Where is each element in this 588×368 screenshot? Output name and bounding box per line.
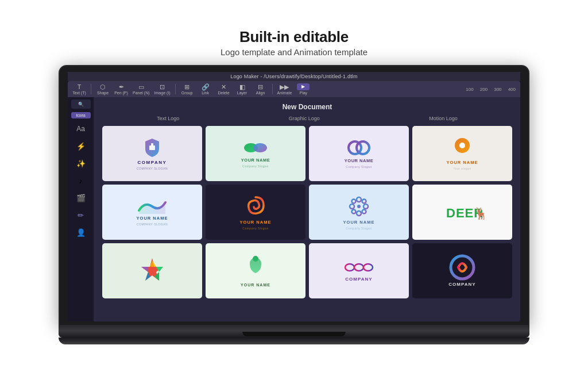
sidebar-item-user[interactable]: 👤 <box>72 224 90 240</box>
logo-card-9-inner <box>102 243 202 298</box>
logo-2-text: YOUR NAME <box>241 158 270 163</box>
logo-8-icon: DEER 🦌 <box>445 204 479 221</box>
logo-7-subtext: Company Slogan <box>346 227 372 230</box>
star-icon: ✨ <box>76 159 86 168</box>
menu-tool-text[interactable]: T Text (T) <box>72 84 86 95</box>
sidebar-item-video[interactable]: 🎬 <box>72 190 90 206</box>
logo-card-8[interactable]: DEER 🦌 <box>412 185 512 240</box>
sidebar-item-stars[interactable]: ✨ <box>72 155 90 171</box>
menu-tool-panel[interactable]: ▭ Panel (N) <box>133 84 150 95</box>
logo-7-text: YOUR NAME <box>343 220 375 225</box>
svg-point-8 <box>357 205 361 208</box>
svg-text:🦌: 🦌 <box>474 206 488 220</box>
svg-point-12 <box>363 204 368 209</box>
logo-3-text: YOUR NAME <box>345 158 373 163</box>
svg-point-31 <box>345 264 354 271</box>
align-icon: ⊟ <box>258 84 263 90</box>
category-text-logo: Text Logo <box>157 116 179 121</box>
pen-tool-icon: ✒ <box>119 84 124 90</box>
content-area: New Document Text Logo Graphic Logo Moti… <box>94 97 520 321</box>
menu-tool-pen[interactable]: ✒ Pen (P) <box>114 84 128 95</box>
logo-card-5[interactable]: YOUR NAME COMPANY SLOGAN <box>102 185 202 240</box>
headline: Built-in editable <box>239 28 349 46</box>
search-icon: 🔍 <box>78 102 84 107</box>
category-motion-logo: Motion Logo <box>429 116 458 121</box>
sidebar-item-text[interactable]: Aa <box>72 121 90 137</box>
svg-point-5 <box>357 141 369 154</box>
menu-sep-3 <box>272 84 273 94</box>
svg-point-15 <box>352 209 356 213</box>
logo-card-7[interactable]: YOUR NAME Company Slogan <box>309 185 409 240</box>
delete-icon: ✕ <box>221 84 226 90</box>
new-doc-title: New Document <box>102 103 512 111</box>
logo-card-11[interactable]: COMPANY <box>309 243 409 298</box>
screen-inner: T Text (T) ⬡ Shape ✒ Pen (P) ▭ Panel (N <box>68 81 520 321</box>
laptop: Logo Maker - /Users/drawtify/Desktop/Unt… <box>59 65 529 344</box>
delete-label: Delete <box>218 91 229 95</box>
logo-card-12[interactable]: COMPANY <box>412 243 512 298</box>
logo-card-3-inner: YOUR NAME Company Slogan <box>309 126 409 181</box>
logo-6-subtext: Company Slogan <box>242 227 268 230</box>
logo-5-icon <box>138 199 167 214</box>
logo-grid: COMPANY COMPANY SLOGAN <box>102 126 512 298</box>
template-categories: Text Logo Graphic Logo Motion Logo <box>102 116 512 121</box>
logo-11-text: COMPANY <box>345 277 372 282</box>
sidebar-item-pen[interactable]: ✏ <box>72 207 90 223</box>
svg-point-34 <box>451 256 474 279</box>
title-bar-text: Logo Maker - /Users/drawtify/Desktop/Unt… <box>230 74 357 79</box>
text-tool-icon: T <box>78 84 82 90</box>
logo-6-icon <box>244 195 267 218</box>
svg-point-32 <box>354 264 363 271</box>
text-tool-label: Text (T) <box>72 91 86 95</box>
logo-1-icon <box>142 137 163 158</box>
video-icon: 🎬 <box>76 194 86 202</box>
logo-card-10[interactable]: YOUR NAME <box>206 243 305 298</box>
left-sidebar: 🔍 Icons Aa ⚡ ✨ ♪ <box>68 97 94 321</box>
logo-card-9[interactable] <box>102 243 202 298</box>
logo-3-subtext: Company Slogan <box>346 165 372 168</box>
svg-point-13 <box>352 199 356 203</box>
menu-tool-align[interactable]: ⊟ Align <box>254 84 268 95</box>
menu-tool-layer[interactable]: ◧ Layer <box>235 84 249 95</box>
logo-card-4[interactable]: YOUR NAME Your slogan <box>412 126 512 181</box>
menu-tool-delete[interactable]: ✕ Delete <box>217 84 231 95</box>
logo-12-text: COMPANY <box>448 282 475 287</box>
logo-1-subtext: COMPANY SLOGAN <box>137 167 168 170</box>
svg-point-7 <box>459 143 465 148</box>
logo-card-1[interactable]: COMPANY COMPANY SLOGAN <box>102 126 202 181</box>
logo-7-icon <box>347 195 370 218</box>
search-bar[interactable]: 🔍 <box>71 99 91 109</box>
menu-bar: T Text (T) ⬡ Shape ✒ Pen (P) ▭ Panel (N <box>68 81 520 97</box>
logo-12-icon <box>450 255 475 280</box>
icons-tab[interactable]: Icons <box>71 112 91 118</box>
group-label: Group <box>181 91 192 95</box>
logo-11-icon <box>344 260 374 275</box>
menu-tool-animate[interactable]: ▶▶ Animate <box>277 84 292 95</box>
logo-card-3[interactable]: YOUR NAME Company Slogan <box>309 126 409 181</box>
menu-tool-shape[interactable]: ⬡ Shape <box>96 84 110 95</box>
sidebar-item-effects[interactable]: ⚡ <box>72 138 90 154</box>
svg-point-10 <box>357 211 361 216</box>
app-area: 🔍 Icons Aa ⚡ ✨ ♪ <box>68 97 520 321</box>
sidebar-item-music[interactable]: ♪ <box>72 172 90 189</box>
svg-point-11 <box>350 204 354 209</box>
logo-card-10-inner: YOUR NAME <box>206 243 305 298</box>
menu-tool-image[interactable]: ⊡ Image (I) <box>154 84 171 95</box>
laptop-stand <box>59 338 529 344</box>
animate-icon: ▶▶ <box>280 84 289 90</box>
logo-card-4-inner: YOUR NAME Your slogan <box>412 126 512 181</box>
logo-2-icon <box>243 140 268 156</box>
menu-tool-group[interactable]: ⊞ Group <box>180 84 194 95</box>
svg-point-16 <box>362 209 366 213</box>
logo-3-icon <box>347 139 370 156</box>
page-wrapper: Built-in editable Logo template and Anim… <box>0 18 588 350</box>
logo-card-6[interactable]: YOUR NAME Company Slogan <box>206 185 305 240</box>
shape-tool-label: Shape <box>97 91 109 95</box>
logo-6-text: YOUR NAME <box>240 220 272 225</box>
menu-tool-play[interactable]: ▶ Play <box>296 83 310 95</box>
image-tool-icon: ⊡ <box>160 84 165 90</box>
svg-point-9 <box>357 197 361 202</box>
menu-tool-link[interactable]: 🔗 Link <box>199 84 212 95</box>
logo-card-2[interactable]: YOUR NAME Company Slogan <box>206 126 305 181</box>
text-icon: Aa <box>76 125 85 133</box>
